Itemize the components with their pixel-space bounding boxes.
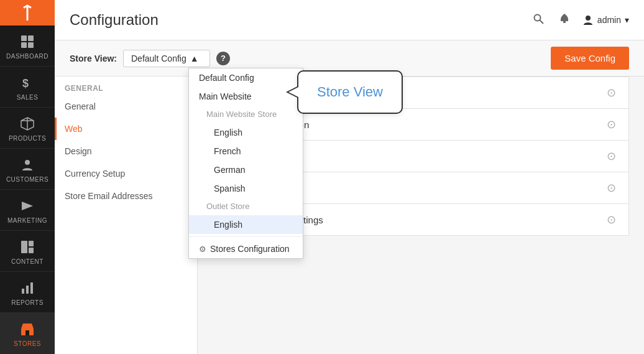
sidebar-item-stores[interactable]: STORES — [0, 313, 55, 354]
left-nav-item-design[interactable]: Design — [55, 140, 197, 162]
help-icon[interactable]: ? — [216, 52, 230, 65]
stores-icon — [19, 320, 36, 338]
svg-line-19 — [540, 20, 543, 24]
chevron-down-icon-third: ⊙ — [607, 149, 616, 163]
page-title: Configuration — [70, 11, 159, 29]
sidebar-item-label: PRODUCTS — [9, 135, 46, 142]
store-view-bar: Store View: Default Config ▲ ? Save Conf… — [55, 40, 644, 77]
svg-rect-17 — [25, 330, 29, 335]
stores-config-label: Stores Configuration — [210, 244, 290, 254]
left-nav-item-currency-setup[interactable]: Currency Setup — [55, 162, 197, 185]
dropdown-item-spanish[interactable]: Spanish — [189, 179, 303, 198]
sidebar-item-label: CUSTOMERS — [6, 176, 48, 183]
dropdown-stores-config[interactable]: ⚙ Stores Configuration — [189, 240, 303, 258]
svg-rect-1 — [28, 35, 34, 41]
save-config-button[interactable]: Save Config — [551, 47, 629, 70]
sidebar-logo — [0, 0, 55, 26]
chevron-down-icon-cookie: ⊙ — [607, 213, 616, 226]
store-view-arrow-icon: ▲ — [190, 54, 199, 63]
dashboard-icon — [19, 33, 36, 50]
sales-icon: $ — [19, 74, 36, 91]
svg-rect-2 — [21, 42, 27, 48]
sidebar-item-customers[interactable]: CUSTOMERS — [0, 149, 55, 190]
customers-icon — [19, 156, 36, 174]
svg-rect-14 — [26, 286, 29, 294]
sidebar-item-products[interactable]: PRODUCTS — [0, 108, 55, 149]
svg-rect-15 — [30, 282, 33, 294]
store-view-select[interactable]: Default Config ▲ — [123, 50, 210, 67]
left-nav-item-general[interactable]: General — [55, 95, 197, 118]
dropdown-item-default-config[interactable]: Default Config — [189, 68, 303, 87]
dropdown-item-french[interactable]: French — [189, 142, 303, 161]
reports-icon — [19, 279, 36, 297]
svg-point-7 — [25, 160, 30, 165]
sidebar-item-label: CONTENT — [11, 258, 44, 265]
admin-chevron-icon: ▾ — [625, 15, 629, 25]
sidebar-item-dashboard[interactable]: DASHBOARD — [0, 26, 55, 67]
left-nav-item-web[interactable]: Web — [55, 118, 197, 140]
svg-rect-3 — [28, 42, 34, 48]
svg-rect-11 — [29, 241, 34, 246]
dropdown-divider — [189, 236, 303, 237]
chevron-down-icon-seo: ⊙ — [607, 118, 616, 131]
admin-icon — [582, 14, 594, 26]
svg-text:$: $ — [22, 77, 29, 90]
notifications-button[interactable] — [556, 11, 573, 30]
marketing-icon — [19, 197, 36, 215]
store-view-left: Store View: Default Config ▲ ? — [70, 50, 230, 67]
dropdown-item-outlet-store: Outlet Store — [189, 198, 303, 215]
search-button[interactable] — [530, 11, 546, 30]
admin-menu[interactable]: admin ▾ — [582, 14, 629, 26]
dropdown-item-main-website-store: Main Website Store — [189, 106, 303, 123]
magento-logo-icon — [16, 2, 39, 24]
store-view-tooltip: Store View — [297, 70, 403, 114]
svg-rect-13 — [22, 289, 24, 294]
content-area: GENERAL General Web Design Currency Setu… — [55, 77, 644, 354]
left-nav: GENERAL General Web Design Currency Setu… — [55, 77, 198, 354]
products-icon — [19, 115, 36, 133]
sidebar: DASHBOARD $ SALES PRODUCTS CUSTOMERS — [0, 0, 55, 354]
chevron-down-icon-default-pages: ⊙ — [607, 181, 616, 195]
store-view-tooltip-text: Store View — [317, 84, 383, 100]
svg-rect-10 — [21, 241, 27, 253]
sidebar-item-label: SALES — [17, 94, 39, 101]
svg-rect-0 — [21, 35, 27, 41]
svg-rect-20 — [563, 21, 566, 23]
top-header: Configuration admin ▾ — [55, 0, 644, 40]
svg-rect-12 — [29, 248, 34, 253]
sidebar-item-reports[interactable]: REPORTS — [0, 272, 55, 313]
header-actions: admin ▾ — [530, 11, 629, 30]
dropdown-item-outlet-english[interactable]: English — [189, 215, 303, 234]
store-view-label: Store View: — [70, 54, 117, 63]
left-nav-section-general: GENERAL — [55, 77, 197, 95]
left-nav-item-store-email[interactable]: Store Email Addresses — [55, 185, 197, 207]
dropdown-item-german[interactable]: German — [189, 161, 303, 179]
gear-icon: ⚙ — [199, 245, 206, 254]
svg-point-21 — [586, 16, 591, 21]
svg-rect-9 — [22, 205, 27, 207]
svg-point-18 — [534, 14, 540, 21]
admin-label: admin — [597, 15, 621, 25]
sidebar-item-content[interactable]: CONTENT — [0, 231, 55, 272]
sidebar-item-label: STORES — [14, 340, 41, 347]
store-view-selected-value: Default Config — [131, 54, 186, 63]
sidebar-item-marketing[interactable]: MARKETING — [0, 190, 55, 231]
sidebar-item-sales[interactable]: $ SALES — [0, 67, 55, 108]
chevron-down-icon-unsecure: ⊙ — [607, 86, 616, 100]
main-area: Configuration admin ▾ — [55, 0, 644, 354]
dropdown-item-english[interactable]: English — [189, 123, 303, 142]
sidebar-item-label: MARKETING — [7, 217, 47, 224]
sidebar-item-label: DASHBOARD — [6, 53, 48, 60]
content-icon — [19, 238, 36, 256]
sidebar-item-label: REPORTS — [11, 299, 44, 306]
